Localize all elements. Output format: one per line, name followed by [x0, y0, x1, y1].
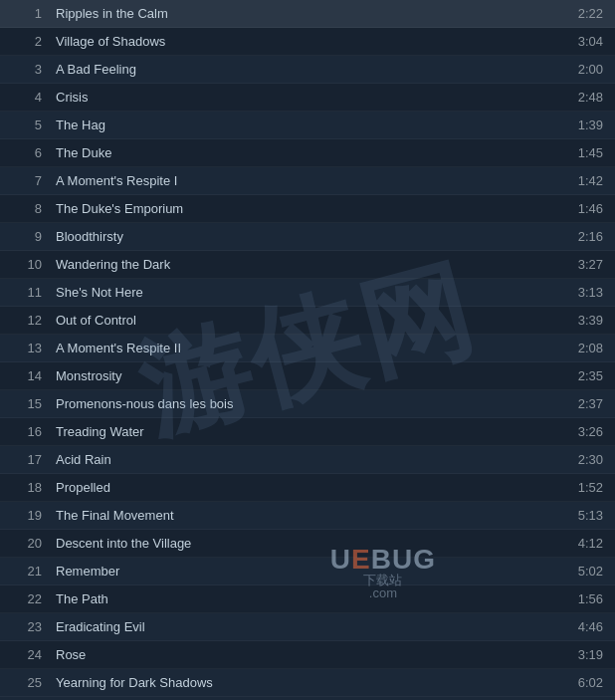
track-number: 6 — [12, 145, 42, 160]
track-duration: 2:16 — [563, 229, 603, 244]
track-duration: 3:39 — [563, 313, 603, 328]
track-number: 17 — [12, 452, 42, 467]
track-title: She's Not Here — [56, 285, 563, 300]
track-row[interactable]: 18Propelled1:52 — [0, 474, 615, 502]
track-number: 21 — [12, 564, 42, 579]
track-number: 15 — [12, 396, 42, 411]
track-row[interactable]: 4Crisis2:48 — [0, 84, 615, 112]
track-number: 9 — [12, 229, 42, 244]
track-row[interactable]: 8The Duke's Emporium1:46 — [0, 195, 615, 223]
track-duration: 2:22 — [563, 6, 603, 21]
track-number: 16 — [12, 424, 42, 439]
track-duration: 2:37 — [563, 396, 603, 411]
track-list: 1Ripples in the Calm2:222Village of Shad… — [0, 0, 615, 697]
track-duration: 2:30 — [563, 452, 603, 467]
track-duration: 2:00 — [563, 62, 603, 77]
track-number: 25 — [12, 675, 42, 690]
track-number: 12 — [12, 313, 42, 328]
track-title: Acid Rain — [56, 452, 563, 467]
track-title: Ripples in the Calm — [56, 6, 563, 21]
track-duration: 1:52 — [563, 480, 603, 495]
track-duration: 1:46 — [563, 201, 603, 216]
track-number: 4 — [12, 90, 42, 105]
track-duration: 2:08 — [563, 341, 603, 355]
track-number: 8 — [12, 201, 42, 216]
track-duration: 4:46 — [563, 619, 603, 634]
track-title: The Path — [56, 591, 563, 606]
track-title: The Duke's Emporium — [56, 201, 563, 216]
track-duration: 1:45 — [563, 145, 603, 160]
track-title: Descent into the Village — [56, 536, 563, 551]
track-duration: 2:48 — [563, 90, 603, 105]
track-number: 10 — [12, 257, 42, 272]
track-row[interactable]: 21Remember5:02 — [0, 558, 615, 585]
track-title: The Final Movement — [56, 508, 563, 523]
track-row[interactable]: 25Yearning for Dark Shadows6:02 — [0, 669, 615, 697]
track-number: 23 — [12, 619, 42, 634]
track-duration: 3:04 — [563, 34, 603, 49]
track-title: The Hag — [56, 117, 563, 132]
track-title: Eradicating Evil — [56, 619, 563, 634]
track-duration: 1:42 — [563, 173, 603, 188]
track-duration: 3:26 — [563, 424, 603, 439]
track-title: A Moment's Respite II — [56, 341, 563, 355]
track-duration: 4:12 — [563, 536, 603, 551]
track-number: 11 — [12, 285, 42, 300]
track-title: Monstrosity — [56, 368, 563, 383]
track-row[interactable]: 14Monstrosity2:35 — [0, 362, 615, 390]
track-row[interactable]: 11She's Not Here3:13 — [0, 279, 615, 307]
track-duration: 3:19 — [563, 647, 603, 662]
track-row[interactable]: 6The Duke1:45 — [0, 139, 615, 167]
track-title: The Duke — [56, 145, 563, 160]
track-duration: 3:13 — [563, 285, 603, 300]
track-row[interactable]: 2Village of Shadows3:04 — [0, 28, 615, 56]
track-title: Propelled — [56, 480, 563, 495]
track-title: Treading Water — [56, 424, 563, 439]
track-row[interactable]: 5The Hag1:39 — [0, 112, 615, 139]
track-row[interactable]: 16Treading Water3:26 — [0, 418, 615, 446]
track-duration: 5:13 — [563, 508, 603, 523]
track-title: A Moment's Respite I — [56, 173, 563, 188]
track-number: 20 — [12, 536, 42, 551]
track-title: Yearning for Dark Shadows — [56, 675, 563, 690]
track-row[interactable]: 23Eradicating Evil4:46 — [0, 613, 615, 641]
track-duration: 2:35 — [563, 368, 603, 383]
track-title: Rose — [56, 647, 563, 662]
track-row[interactable]: 15Promenons-nous dans les bois2:37 — [0, 390, 615, 418]
track-title: Out of Control — [56, 313, 563, 328]
track-title: Wandering the Dark — [56, 257, 563, 272]
track-duration: 5:02 — [563, 564, 603, 579]
track-title: A Bad Feeling — [56, 62, 563, 77]
track-row[interactable]: 12Out of Control3:39 — [0, 307, 615, 335]
track-title: Promenons-nous dans les bois — [56, 396, 563, 411]
track-duration: 3:27 — [563, 257, 603, 272]
track-row[interactable]: 1Ripples in the Calm2:22 — [0, 0, 615, 28]
track-number: 7 — [12, 173, 42, 188]
track-number: 5 — [12, 117, 42, 132]
track-title: Crisis — [56, 90, 563, 105]
track-duration: 6:02 — [563, 675, 603, 690]
track-number: 3 — [12, 62, 42, 77]
track-row[interactable]: 3A Bad Feeling2:00 — [0, 56, 615, 84]
track-number: 13 — [12, 341, 42, 355]
track-row[interactable]: 19The Final Movement5:13 — [0, 502, 615, 530]
track-row[interactable]: 24Rose3:19 — [0, 641, 615, 669]
track-number: 14 — [12, 368, 42, 383]
track-row[interactable]: 20Descent into the Village4:12 — [0, 530, 615, 558]
track-number: 2 — [12, 34, 42, 49]
track-duration: 1:56 — [563, 591, 603, 606]
track-number: 18 — [12, 480, 42, 495]
track-row[interactable]: 13A Moment's Respite II2:08 — [0, 335, 615, 362]
track-number: 1 — [12, 6, 42, 21]
track-duration: 1:39 — [563, 117, 603, 132]
track-number: 22 — [12, 591, 42, 606]
track-number: 24 — [12, 647, 42, 662]
track-row[interactable]: 7A Moment's Respite I1:42 — [0, 167, 615, 195]
track-title: Bloodthirsty — [56, 229, 563, 244]
track-row[interactable]: 10Wandering the Dark3:27 — [0, 251, 615, 279]
track-title: Remember — [56, 564, 563, 579]
track-row[interactable]: 22The Path1:56 — [0, 585, 615, 613]
track-row[interactable]: 9Bloodthirsty2:16 — [0, 223, 615, 251]
track-row[interactable]: 17Acid Rain2:30 — [0, 446, 615, 474]
track-number: 19 — [12, 508, 42, 523]
